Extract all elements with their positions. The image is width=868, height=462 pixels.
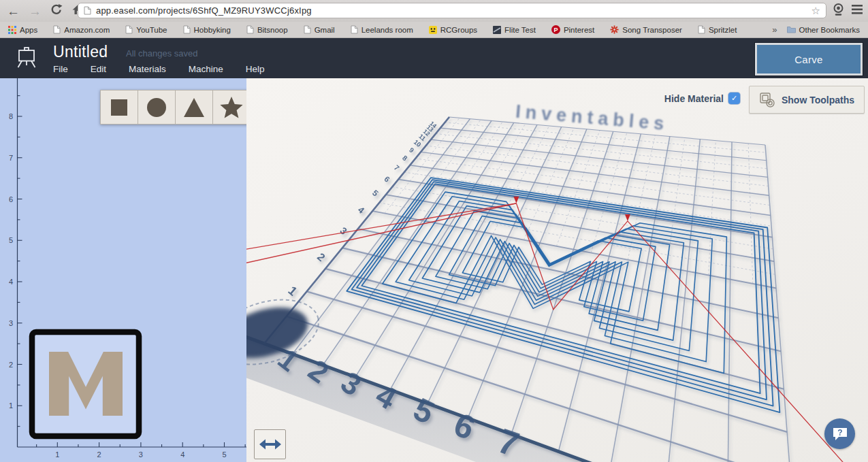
page-icon	[84, 6, 91, 15]
bookmark-label: RCGroups	[440, 26, 477, 34]
bookmark-rcgroups[interactable]: RCGroups	[429, 26, 477, 34]
easel-logo-icon[interactable]	[14, 47, 39, 71]
forward-icon[interactable]: →	[29, 5, 42, 18]
pinterest-icon: P	[551, 25, 560, 34]
address-bar[interactable]: app.easel.com/projects/6ShfQ_MZ9RUY3WCCj…	[78, 3, 826, 18]
bookmark-apps[interactable]: Apps	[8, 26, 37, 34]
ruler-number: 4	[180, 450, 184, 459]
ruler-number: 6	[9, 195, 13, 203]
svg-text:P: P	[553, 27, 558, 33]
bookmark-label: Spritzlet	[709, 26, 737, 34]
grid-number: 2	[315, 250, 327, 264]
circle-icon	[143, 94, 170, 121]
refresh-icon[interactable]	[50, 3, 63, 18]
star-icon	[218, 94, 245, 121]
design-panel-2d[interactable]: 8765432112345	[0, 78, 246, 462]
bookmark-spritzlet[interactable]: Spritzlet	[698, 25, 737, 34]
ruler-number: 3	[9, 319, 13, 327]
save-status: All changes saved	[126, 48, 198, 59]
ruler-number: 5	[9, 236, 13, 244]
triangle-icon	[180, 94, 208, 121]
easel-menu: FileEditMaterialsMachineHelp	[53, 64, 287, 74]
pan-button[interactable]	[254, 429, 286, 459]
bookmark-label: Hobbyking	[194, 26, 231, 34]
chrome-menu-icon[interactable]	[852, 5, 863, 17]
shape-tool-square[interactable]	[100, 90, 138, 125]
menu-help[interactable]: Help	[246, 64, 265, 74]
preview-panel-3d[interactable]: 12345671234567891011121314Inventables Hi…	[246, 78, 868, 462]
apps-grid-icon	[8, 26, 16, 34]
grid-number: 1	[285, 283, 300, 299]
grid-number: 3	[338, 225, 349, 237]
page-icon	[183, 25, 191, 34]
grid-number: 6	[383, 175, 391, 184]
square-icon	[106, 94, 133, 121]
bookmark-label: Leelands room	[361, 26, 413, 34]
plunge-arrow	[513, 197, 519, 203]
bookmark-label: Amazon.com	[64, 26, 110, 34]
design-canvas-2d[interactable]: 8765432112345	[0, 78, 246, 462]
bookmark-song-transposer[interactable]: Song Transposer	[610, 25, 682, 34]
shape-tool-triangle[interactable]	[175, 90, 213, 125]
grid-number: 7	[393, 163, 401, 172]
grid-number: 8	[401, 154, 409, 162]
shape-tool-circle[interactable]	[138, 90, 176, 125]
bookmark-pinterest[interactable]: PPinterest	[551, 25, 594, 34]
bookmark-youtube[interactable]: YouTube	[125, 25, 167, 34]
ruler-number: 5	[222, 450, 226, 459]
menu-edit[interactable]: Edit	[91, 64, 106, 74]
bookmark-label: Pinterest	[564, 26, 594, 34]
bookmark-label: Gmail	[315, 26, 335, 34]
bookmark-leelands-room[interactable]: Leelands room	[351, 25, 413, 34]
show-toolpaths-label: Show Toolpaths	[782, 95, 854, 105]
webcam-extension-icon[interactable]	[833, 3, 844, 19]
help-bubble-icon: ?	[831, 426, 849, 442]
project-title[interactable]: Untitled	[53, 43, 108, 61]
page-icon	[351, 25, 358, 34]
svg-text:?: ?	[837, 427, 842, 437]
ruler-number: 4	[9, 278, 13, 286]
menu-machine[interactable]: Machine	[189, 64, 223, 74]
grid-number: 5	[370, 188, 380, 198]
bookmark-flite-test[interactable]: Flite Test	[493, 26, 536, 34]
shape-tool-star[interactable]	[212, 90, 246, 125]
flitetest-icon	[493, 26, 501, 34]
bookmark-gmail[interactable]: Gmail	[304, 25, 335, 34]
browser-toolbar: ← → app.easel.com/projects/6ShfQ_MZ9RUY3…	[0, 0, 868, 22]
carve-button[interactable]: Carve	[755, 43, 863, 76]
ruler-number: 1	[9, 401, 13, 410]
page-icon	[125, 25, 133, 34]
bookmark-hobbyking[interactable]: Hobbyking	[183, 25, 231, 34]
gear-icon	[610, 25, 619, 34]
bookmark-label: YouTube	[136, 26, 167, 34]
bookmark-amazon-com[interactable]: Amazon.com	[53, 25, 110, 34]
bookmark-other-bookmarks[interactable]: Other Bookmarks	[787, 26, 860, 34]
bookmark-label: Other Bookmarks	[799, 26, 860, 34]
design-m-square[interactable]	[32, 332, 139, 436]
back-icon[interactable]: ←	[7, 5, 20, 18]
url-text: app.easel.com/projects/6ShfQ_MZ9RUY3WCCj…	[96, 5, 312, 16]
page-icon	[246, 25, 254, 34]
screen: ← → app.easel.com/projects/6ShfQ_MZ9RUY3…	[0, 0, 868, 462]
grid-number: 4	[356, 204, 367, 216]
bookmarks-bar: AppsAmazon.comYouTubeHobbykingBitsnoopGm…	[0, 22, 868, 38]
shape-toolbar	[101, 90, 246, 125]
menu-materials[interactable]: Materials	[129, 64, 166, 74]
bookmark-label: »	[772, 24, 777, 35]
bookmarks-overflow-chevron[interactable]: »	[772, 24, 777, 35]
hide-material-checkbox[interactable]: ✓	[728, 93, 740, 104]
folder-icon	[787, 26, 796, 33]
bookmark-star-icon[interactable]: ☆	[811, 5, 820, 16]
plunge-arrow	[625, 214, 630, 221]
bookmark-bitsnoop[interactable]: Bitsnoop	[246, 25, 288, 34]
ruler-number: 2	[97, 450, 101, 459]
help-button[interactable]: ?	[824, 418, 855, 449]
ruler-number: 2	[9, 361, 13, 369]
toolpath-m	[347, 178, 779, 412]
preview-canvas-3d[interactable]: 12345671234567891011121314Inventables	[246, 78, 868, 462]
hide-material-label: Hide Material	[664, 93, 724, 104]
horizontal-arrows-icon	[259, 438, 281, 450]
bookmark-label: Apps	[20, 26, 37, 34]
menu-file[interactable]: File	[53, 64, 68, 74]
show-toolpaths-button[interactable]: Show Toolpaths	[749, 86, 865, 114]
